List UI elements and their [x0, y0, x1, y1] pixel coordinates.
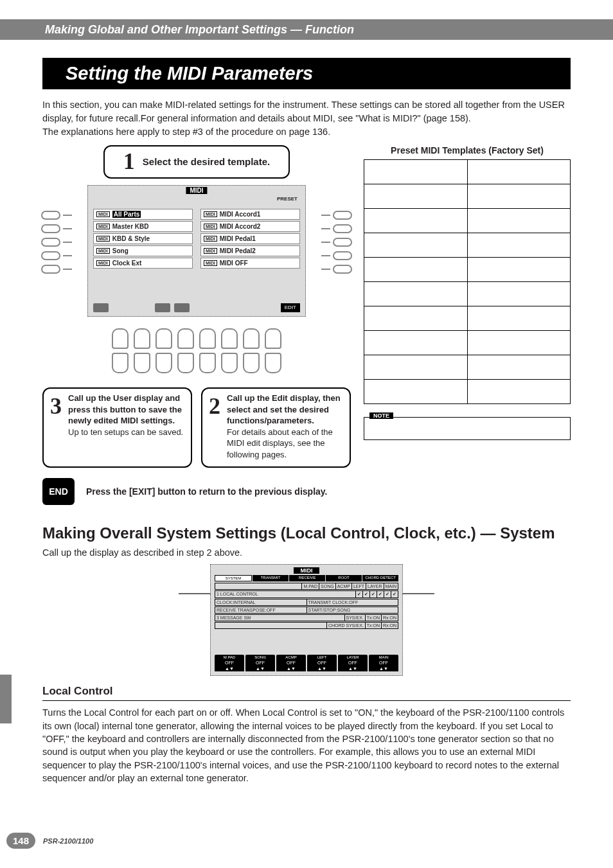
- step3-number: 3: [50, 393, 62, 460]
- system-heading: Making Overall System Settings (Local Co…: [42, 524, 571, 542]
- screen1-name-button[interactable]: [93, 303, 109, 312]
- dial-4[interactable]: [176, 328, 195, 373]
- step1-text: Select the desired template.: [143, 156, 270, 167]
- tab-receive[interactable]: RECEIVE: [289, 575, 325, 581]
- screen2-local-control-row: 1 LOCAL CONTROL ✔✔✔✔✔✔: [215, 590, 398, 598]
- panel-button-a[interactable]: [41, 209, 81, 221]
- screen2-bottom-labels: M.PADSONG ACMPLEFT LAYERMAIN: [215, 655, 398, 660]
- end-icon: END: [42, 478, 75, 505]
- page-content: Setting the MIDI Parameters In this sect…: [42, 58, 571, 784]
- dial-5[interactable]: [198, 328, 217, 373]
- dial-3[interactable]: [154, 328, 173, 373]
- step3-callout: 3 Call up the User display and press thi…: [42, 387, 192, 468]
- tmpl-6-0: [364, 306, 468, 331]
- tmpl-4-0: [364, 258, 468, 282]
- step2-callout: 2 Call up the Edit display, then select …: [201, 387, 351, 468]
- template-song[interactable]: MIDISong: [93, 245, 193, 256]
- tmpl-8-1: [467, 355, 571, 380]
- template-pedal2[interactable]: MIDIMIDI Pedal2: [200, 245, 300, 256]
- tab-transmit[interactable]: TRANSMIT: [253, 575, 289, 581]
- template-kbd-style[interactable]: MIDIKBD & Style: [93, 233, 193, 244]
- step2-number: 2: [209, 393, 220, 460]
- dial-1[interactable]: [111, 328, 130, 373]
- screen2-title: MIDI: [294, 567, 319, 574]
- system-screen: MIDI SYSTEM TRANSMIT RECEIVE ROOT CHORD …: [210, 564, 403, 676]
- screen2-chord-sysex-row: CHORD SYS/EX.Tx:ONRx:ON: [215, 622, 398, 629]
- side-tab: [0, 675, 12, 723]
- panel-button-e[interactable]: [41, 263, 81, 275]
- leader-line-left: [179, 593, 211, 594]
- tab-root[interactable]: ROOT: [326, 575, 362, 581]
- figure-left-column: 1 Select the desired template.: [42, 145, 351, 505]
- tmpl-5-0: [364, 282, 468, 306]
- step2-rest: For details about each of the MIDI edit …: [227, 427, 333, 459]
- tmpl-3-0: [364, 233, 468, 258]
- tmpl-5-1: [467, 282, 571, 306]
- tmpl-4-1: [467, 258, 571, 282]
- template-master-kbd[interactable]: MIDIMaster KBD: [93, 221, 193, 232]
- panel-button-c[interactable]: [41, 236, 81, 248]
- tab-system[interactable]: SYSTEM: [215, 575, 252, 581]
- screen1-preset-label: PRESET: [277, 196, 298, 202]
- tmpl-1-0: [364, 184, 468, 209]
- template-pedal1[interactable]: MIDIMIDI Pedal1: [200, 233, 300, 244]
- midi-template-screen: MIDI PRESET MIDIAll Parts MIDIMaster KBD…: [87, 185, 306, 317]
- panel-buttons-left: [41, 209, 81, 277]
- breadcrumb: Making Global and Other Important Settin…: [0, 19, 613, 40]
- section-title: Setting the MIDI Parameters: [66, 63, 564, 84]
- dial-buttons-row: [42, 328, 351, 373]
- screen2-bottom-arrows: ▲▼▲▼ ▲▼▲▼ ▲▼▲▼: [215, 666, 398, 671]
- system-intro-p: Call up the display as described in step…: [42, 547, 571, 558]
- panel-button-d[interactable]: [41, 250, 81, 261]
- tmpl-9-1: [467, 380, 571, 404]
- dial-6[interactable]: [220, 328, 239, 373]
- header-bar: Making Global and Other Important Settin…: [0, 19, 613, 40]
- end-text: Press the [EXIT] button to return to the…: [86, 486, 327, 497]
- templates-heading: Preset MIDI Templates (Factory Set): [364, 145, 571, 155]
- screen2-clock-row: CLOCK:INTERNAL TRANSMIT CLOCK:OFF: [215, 599, 398, 606]
- tmpl-8-0: [364, 355, 468, 380]
- screen1-util-button-1[interactable]: [155, 303, 170, 312]
- step3-bold: Call up the User display and press this …: [68, 393, 182, 425]
- panel-button-i[interactable]: [312, 250, 352, 261]
- tmpl-0-1: [467, 160, 571, 184]
- tmpl-9-0: [364, 380, 468, 404]
- dial-7[interactable]: [242, 328, 261, 373]
- panel-button-f[interactable]: [312, 209, 352, 221]
- intro-p2: The explanations here apply to step #3 o…: [42, 125, 571, 139]
- step1-number: 1: [123, 148, 135, 175]
- template-accord1[interactable]: MIDIMIDI Accord1: [200, 209, 300, 220]
- screen1-edit-button[interactable]: EDIT: [281, 303, 300, 312]
- end-row: END Press the [EXIT] button to return to…: [42, 478, 351, 505]
- footer: 148 PSR-2100/1100: [6, 833, 93, 849]
- tmpl-3-1: [467, 233, 571, 258]
- section-title-band: Setting the MIDI Parameters: [42, 58, 571, 89]
- page-number: 148: [6, 833, 35, 849]
- screen1-util-button-2[interactable]: [174, 303, 190, 312]
- tmpl-1-1: [467, 184, 571, 209]
- step3-rest: Up to ten setups can be saved.: [68, 427, 183, 437]
- templates-column: Preset MIDI Templates (Factory Set) NOTE: [364, 145, 571, 505]
- dial-2[interactable]: [132, 328, 152, 373]
- panel-buttons-right: [312, 209, 352, 277]
- dial-8[interactable]: [263, 328, 283, 373]
- system-intro: Call up the display as described in step…: [42, 547, 571, 558]
- templates-table: [364, 159, 571, 404]
- panel-button-h[interactable]: [312, 236, 352, 248]
- tmpl-2-1: [467, 209, 571, 233]
- tab-chord-detect[interactable]: CHORD DETECT: [362, 575, 398, 581]
- local-control-heading: Local Control: [42, 685, 571, 698]
- divider: [42, 700, 571, 701]
- step1-callout: 1 Select the desired template.: [103, 145, 290, 179]
- panel-button-b[interactable]: [41, 223, 81, 235]
- panel-button-j[interactable]: [312, 263, 352, 275]
- template-midi-off[interactable]: MIDIMIDI OFF: [200, 258, 300, 269]
- template-all-parts[interactable]: MIDIAll Parts: [93, 209, 193, 220]
- template-accord2[interactable]: MIDIMIDI Accord2: [200, 221, 300, 232]
- local-control-p: Turns the Local Control for each part on…: [42, 706, 571, 784]
- panel-button-g[interactable]: [312, 223, 352, 235]
- template-clock-ext[interactable]: MIDIClock Ext: [93, 258, 193, 269]
- screen1-title: MIDI: [186, 187, 207, 194]
- screen2-message-sw-row: 3 MESSAGE SW SYS/EX.Tx:ONRx:ON: [215, 614, 398, 621]
- tmpl-7-1: [467, 331, 571, 355]
